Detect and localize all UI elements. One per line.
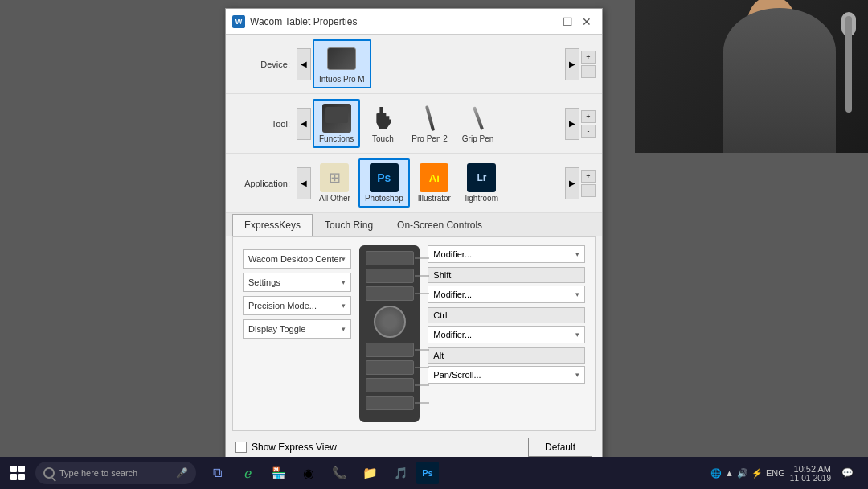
app-add-btn[interactable]: +	[581, 170, 596, 183]
dropdown-arrow-1: ▾	[342, 255, 346, 263]
search-placeholder: Type here to search	[59, 468, 137, 478]
tab-touch-ring[interactable]: Touch Ring	[313, 214, 385, 236]
minimize-button[interactable]: –	[539, 13, 557, 31]
intuos-icon	[327, 44, 356, 73]
tool-grip-pen[interactable]: Grip Pen	[456, 99, 500, 148]
modifier-val-text-2: Ctrl	[433, 310, 447, 320]
settings-value: Settings	[248, 277, 280, 287]
app-all-other[interactable]: ⊞ All Other	[313, 158, 357, 208]
store-icon[interactable]: 🏪	[264, 458, 293, 487]
modifier-dropdown-4[interactable]: Pan/Scroll... ▾	[428, 366, 585, 384]
close-button[interactable]: ✕	[578, 13, 596, 31]
app-end-btns: + -	[581, 170, 596, 197]
pen-icon	[425, 105, 435, 131]
tool-functions[interactable]: Functions	[313, 99, 360, 148]
chrome-icon[interactable]: ◉	[294, 458, 323, 487]
photoshop-glyph: Ps	[377, 171, 391, 184]
wacom-desktop-center-value: Wacom Desktop Center	[248, 254, 342, 264]
microphone-icon: 🎤	[176, 467, 188, 479]
illustrator-glyph: Ai	[429, 172, 440, 184]
tool-end-btns: + -	[581, 110, 596, 138]
modifier-dropdown-2[interactable]: Modifier... ▾	[428, 286, 585, 303]
tool-pro-pen-2[interactable]: Pro Pen 2	[405, 99, 453, 148]
propen-icon-container	[416, 104, 444, 133]
modifier-dropdown-3[interactable]: Modifier... ▾	[428, 326, 585, 343]
mod-arrow-2: ▾	[575, 290, 579, 298]
titlebar: W Wacom Tablet Properties – ☐ ✕	[226, 9, 602, 35]
tool-add-btn[interactable]: +	[581, 110, 596, 123]
clock: 10:52 AM 11-01-2019	[790, 464, 831, 483]
app-nav-right[interactable]: ▶	[565, 167, 579, 199]
device-nav-right[interactable]: ▶	[565, 48, 579, 80]
mod-arrow-1: ▾	[575, 250, 579, 258]
tabs: ExpressKeys Touch Ring On-Screen Control…	[226, 213, 602, 236]
dropdown-arrow-4: ▾	[342, 325, 346, 333]
photoshop-taskbar-icon[interactable]: Ps	[416, 462, 439, 484]
win-tile-1	[10, 466, 17, 472]
dropdown-row-3: Precision Mode... ▾	[243, 296, 351, 315]
file-explorer-icon[interactable]: 📁	[355, 458, 384, 487]
settings-dropdown[interactable]: Settings ▾	[243, 273, 351, 292]
skype-icon[interactable]: 📞	[325, 458, 354, 487]
modifier-label-2: Modifier...	[433, 290, 472, 299]
app-nav-left[interactable]: ◀	[297, 167, 311, 199]
clock-date: 11-01-2019	[790, 474, 831, 483]
app-illustrator[interactable]: Ai Illustrator	[411, 158, 457, 208]
dropdown-arrow-3: ▾	[342, 302, 346, 310]
win-tile-4	[18, 474, 25, 480]
sys-tray: 🌐 ▲ 🔊 ⚡ ENG	[710, 468, 785, 479]
modifier-label-4: Pan/Scroll...	[433, 370, 481, 380]
precision-mode-value: Precision Mode...	[248, 301, 317, 310]
show-express-view-checkbox[interactable]	[235, 442, 247, 453]
precision-mode-dropdown[interactable]: Precision Mode... ▾	[243, 296, 351, 315]
edge-icon[interactable]: ℯ	[233, 458, 262, 487]
task-view-icon[interactable]: ⧉	[203, 458, 231, 487]
app-photoshop[interactable]: Ps Photoshop	[358, 158, 410, 208]
start-button[interactable]	[3, 458, 32, 487]
touch-label: Touch	[372, 134, 394, 143]
dropdown-row-1: Wacom Desktop Center ▾	[243, 249, 351, 269]
display-toggle-dropdown[interactable]: Display Toggle ▾	[243, 319, 351, 339]
wacom-desktop-center-dropdown[interactable]: Wacom Desktop Center ▾	[243, 249, 351, 269]
tool-touch[interactable]: Touch	[362, 99, 403, 148]
app-row: Application: ◀ ⊞ All Other Ps Photoshop	[226, 154, 602, 213]
tool-remove-btn[interactable]: -	[581, 125, 596, 138]
propen-label: Pro Pen 2	[411, 134, 447, 143]
tablet-wheel	[374, 306, 406, 338]
show-express-view-label: Show Express View	[252, 442, 337, 453]
tablet-btn-2	[366, 269, 414, 283]
network-icon: 🌐	[710, 468, 722, 479]
tab-on-screen-controls[interactable]: On-Screen Controls	[385, 214, 494, 236]
tablet-btn-5	[366, 360, 414, 375]
tab-expresskeys[interactable]: ExpressKeys	[232, 214, 313, 236]
search-bar[interactable]: Type here to search 🎤	[35, 462, 196, 484]
taskbar-items: ⧉ ℯ 🏪 ◉ 📞 📁 🎵 Ps	[203, 458, 439, 487]
tool-nav-left[interactable]: ◀	[297, 108, 311, 140]
notification-button[interactable]: 💬	[836, 462, 858, 484]
modifier-row-1: Modifier... ▾	[428, 245, 585, 263]
device-remove-btn[interactable]: -	[581, 65, 596, 78]
device-add-btn[interactable]: +	[581, 51, 596, 64]
default-button[interactable]: Default	[528, 438, 592, 457]
app-lightroom[interactable]: Lr lightroom	[459, 158, 505, 208]
dropdown-row-2: Settings ▾	[243, 273, 351, 292]
tablet-btn-7	[366, 396, 414, 410]
modifier-label-3: Modifier...	[433, 330, 472, 339]
modifier-dropdown-1[interactable]: Modifier... ▾	[428, 245, 585, 263]
lightroom-icon-container: Lr	[467, 163, 496, 192]
modifier-row-3: Modifier... ▾	[428, 326, 585, 343]
tablet-btn-1	[366, 251, 414, 265]
device-end-btns: + -	[581, 51, 596, 78]
tool-nav-right[interactable]: ▶	[565, 108, 579, 140]
titlebar-left: W Wacom Tablet Properties	[232, 15, 357, 28]
tablet-btn-3	[366, 286, 414, 301]
media-icon[interactable]: 🎵	[386, 458, 415, 487]
photoshop-label: Photoshop	[365, 194, 403, 203]
device-nav-left[interactable]: ◀	[297, 48, 311, 80]
app-remove-btn[interactable]: -	[581, 184, 596, 197]
maximize-button[interactable]: ☐	[559, 13, 576, 31]
device-intuos-pro-m[interactable]: Intuos Pro M	[313, 39, 371, 88]
left-keys-column: Wacom Desktop Center ▾ Settings ▾ Precis…	[243, 245, 351, 422]
win-tile-3	[10, 474, 17, 480]
tool-label: Tool:	[232, 119, 297, 129]
